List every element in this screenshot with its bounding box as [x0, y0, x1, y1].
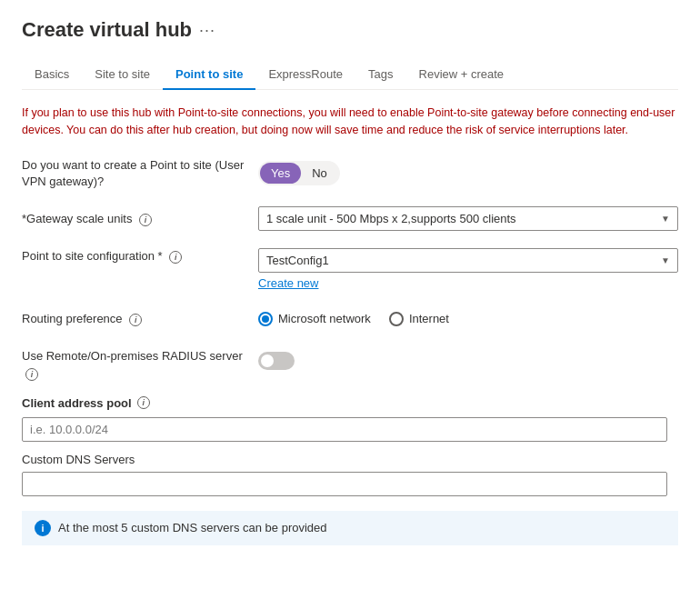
- p2s-config-row: Point to site configuration * i TestConf…: [22, 248, 678, 290]
- gateway-label-text: *Gateway scale units: [22, 212, 132, 225]
- p2s-config-label: Point to site configuration * i: [22, 248, 258, 265]
- tab-expressroute[interactable]: ExpressRoute: [255, 60, 355, 90]
- dns-note-icon: i: [35, 520, 51, 536]
- gateway-scale-row: *Gateway scale units i 1 scale unit - 50…: [22, 205, 678, 234]
- radius-label-text: Use Remote/On-premises RADIUS server: [22, 349, 243, 363]
- create-new-link[interactable]: Create new: [258, 276, 318, 290]
- p2s-config-info-icon[interactable]: i: [169, 251, 182, 264]
- routing-info-icon[interactable]: i: [129, 314, 142, 326]
- yes-option[interactable]: Yes: [260, 163, 301, 184]
- client-address-section-label: Client address pool i: [22, 396, 678, 410]
- gateway-scale-arrow-icon: ▼: [661, 214, 670, 224]
- routing-row: Routing preference i Microsoft network I…: [22, 304, 678, 334]
- tab-site-to-site[interactable]: Site to site: [82, 60, 163, 90]
- radius-toggle[interactable]: [258, 352, 295, 370]
- no-option[interactable]: No: [301, 163, 338, 184]
- create-p2s-row: Do you want to create a Point to site (U…: [22, 157, 678, 190]
- routing-label: Routing preference i: [22, 311, 258, 327]
- routing-label-text: Routing preference: [22, 312, 123, 325]
- tab-point-to-site[interactable]: Point to site: [163, 60, 255, 90]
- dns-note-text: At the most 5 custom DNS servers can be …: [58, 521, 327, 534]
- info-text: If you plan to use this hub with Point-t…: [22, 106, 675, 136]
- create-p2s-label: Do you want to create a Point to site (U…: [22, 157, 258, 190]
- internet-radio[interactable]: [389, 312, 404, 326]
- page-title: Create virtual hub: [22, 18, 192, 42]
- gateway-scale-value: 1 scale unit - 500 Mbps x 2,supports 500…: [266, 212, 516, 225]
- routing-radio-group: Microsoft network Internet: [258, 312, 678, 326]
- radius-row: Use Remote/On-premises RADIUS server i: [22, 348, 678, 382]
- p2s-config-dropdown[interactable]: TestConfig1 ▼: [258, 248, 678, 273]
- tab-tags[interactable]: Tags: [355, 60, 405, 90]
- p2s-config-arrow-icon: ▼: [661, 255, 670, 265]
- internet-label: Internet: [409, 312, 449, 325]
- client-address-section: Client address pool i: [22, 396, 678, 442]
- dns-note-box: i At the most 5 custom DNS servers can b…: [22, 511, 678, 545]
- microsoft-network-radio[interactable]: [258, 312, 273, 326]
- info-message: If you plan to use this hub with Point-t…: [22, 105, 678, 139]
- custom-dns-input[interactable]: [22, 472, 667, 496]
- gateway-scale-label: *Gateway scale units i: [22, 211, 258, 227]
- client-address-label-text: Client address pool: [22, 396, 132, 410]
- client-address-input[interactable]: [22, 417, 667, 442]
- microsoft-network-label: Microsoft network: [278, 312, 371, 325]
- p2s-config-value: TestConfig1: [266, 254, 329, 267]
- ellipsis-menu-button[interactable]: ···: [199, 21, 215, 40]
- microsoft-network-option[interactable]: Microsoft network: [258, 312, 371, 326]
- tab-basics[interactable]: Basics: [22, 60, 82, 90]
- p2s-config-label-text: Point to site configuration *: [22, 249, 163, 263]
- gateway-scale-dropdown[interactable]: 1 scale unit - 500 Mbps x 2,supports 500…: [258, 206, 678, 231]
- radius-info-icon[interactable]: i: [25, 368, 38, 381]
- custom-dns-label: Custom DNS Servers: [22, 453, 678, 466]
- create-p2s-toggle[interactable]: Yes No: [258, 161, 340, 185]
- tab-bar: Basics Site to site Point to site Expres…: [22, 60, 678, 90]
- radius-label: Use Remote/On-premises RADIUS server i: [22, 348, 258, 382]
- custom-dns-section: Custom DNS Servers: [22, 453, 678, 496]
- client-address-info-icon[interactable]: i: [137, 396, 150, 409]
- internet-option[interactable]: Internet: [389, 312, 449, 326]
- tab-review-create[interactable]: Review + create: [406, 60, 517, 90]
- gateway-info-icon[interactable]: i: [139, 214, 152, 226]
